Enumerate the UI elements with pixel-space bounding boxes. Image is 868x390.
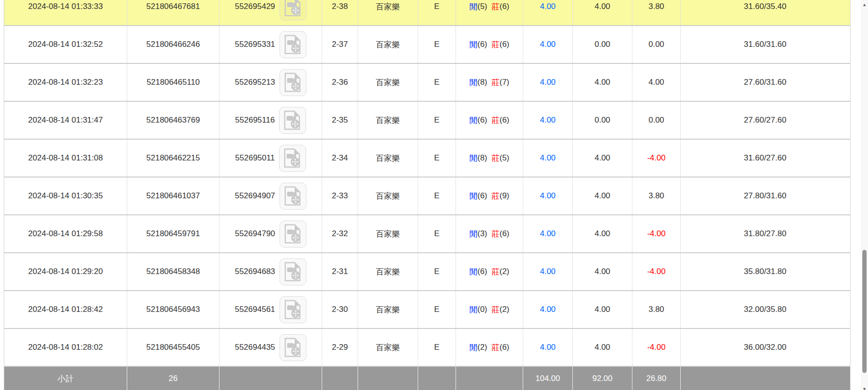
- game-id-text: 552694683: [235, 267, 275, 276]
- cell-game-id: 552695011: [219, 140, 322, 177]
- cell-winloss: -4.00: [632, 140, 681, 177]
- scroll-up-icon[interactable]: ▲: [861, 1, 868, 9]
- cell-bet-amount: 4.00: [523, 0, 573, 25]
- cell-game-id: 552695331: [219, 26, 322, 63]
- cell-result: 閒(8)莊(5): [456, 140, 523, 177]
- banker-label: 莊: [491, 39, 500, 50]
- summary-row: 小計 26 104.00 92.00 26.80: [4, 367, 850, 390]
- table-row[interactable]: 2024-08-14 01:29:20 521806458348 5526946…: [4, 253, 850, 291]
- vertical-scrollbar[interactable]: ▲ ▼: [861, 0, 868, 390]
- player-points: (2): [477, 343, 487, 352]
- video-file-icon: [284, 72, 302, 92]
- cell-winloss: -4.00: [632, 329, 681, 366]
- video-replay-button[interactable]: [280, 0, 307, 20]
- cell-time: 2024-08-14 01:28:42: [4, 291, 127, 328]
- player-label: 閒: [469, 229, 477, 239]
- player-points: (5): [477, 2, 487, 11]
- cell-game-id: 552694907: [219, 177, 322, 214]
- player-points: (8): [477, 78, 487, 87]
- game-id-text: 552695429: [235, 2, 275, 11]
- cell-bet-amount: 4.00: [523, 329, 573, 366]
- video-replay-button[interactable]: [280, 183, 307, 210]
- video-replay-button[interactable]: [280, 334, 307, 361]
- game-id-text: 552694435: [235, 343, 275, 352]
- video-replay-button[interactable]: [280, 31, 307, 58]
- banker-label: 莊: [491, 304, 500, 315]
- cell-game-name: 百家樂: [358, 291, 418, 328]
- cell-table-code: E: [418, 64, 456, 101]
- cell-game-id: 552695213: [219, 64, 322, 101]
- game-id-text: 552695331: [235, 40, 275, 49]
- table-row[interactable]: 2024-08-14 01:28:42 521806456943 5526945…: [4, 291, 850, 329]
- video-file-icon: [284, 300, 302, 319]
- summary-empty-gameid: [219, 367, 322, 390]
- cell-valid-amount: 4.00: [573, 140, 632, 177]
- cell-result: 閒(2)莊(6): [456, 329, 523, 366]
- table-row[interactable]: 2024-08-14 01:29:58 521806459791 5526947…: [4, 215, 850, 253]
- game-id-text: 552695011: [235, 153, 275, 163]
- summary-empty-result: [456, 367, 523, 390]
- cell-bet-id: 521806455405: [127, 329, 219, 366]
- cell-balance: 27.60/31.60: [681, 64, 850, 101]
- cell-bet-id: 521806465110: [127, 64, 219, 101]
- video-replay-button[interactable]: [279, 145, 306, 172]
- cell-bet-amount: 4.00: [523, 102, 573, 139]
- cell-round: 2-31: [322, 253, 358, 290]
- cell-bet-id: 521806463769: [127, 102, 219, 139]
- table-row[interactable]: 2024-08-14 01:33:33 521806467681 5526954…: [4, 0, 850, 26]
- scrollbar-thumb[interactable]: [862, 250, 867, 373]
- cell-time: 2024-08-14 01:31:47: [4, 102, 127, 139]
- cell-bet-id: 521806456943: [127, 291, 219, 328]
- cell-table-code: E: [418, 291, 456, 328]
- player-label: 閒: [469, 1, 477, 12]
- banker-label: 莊: [491, 229, 500, 239]
- cell-bet-amount: 4.00: [523, 140, 573, 177]
- table-row[interactable]: 2024-08-14 01:28:02 521806455405 5526944…: [4, 329, 850, 367]
- video-replay-button[interactable]: [280, 69, 307, 96]
- cell-result: 閒(5)莊(6): [456, 0, 523, 25]
- player-label: 閒: [469, 77, 477, 88]
- table-row[interactable]: 2024-08-14 01:32:52 521806466246 5526953…: [4, 26, 850, 64]
- cell-round: 2-38: [322, 0, 358, 25]
- video-replay-button[interactable]: [280, 221, 307, 248]
- cell-table-code: E: [418, 215, 456, 252]
- banker-label: 莊: [491, 191, 500, 202]
- game-id-text: 552694907: [235, 191, 275, 201]
- cell-game-name: 百家樂: [358, 329, 418, 366]
- banker-points: (2): [500, 305, 509, 314]
- cell-bet-amount: 4.00: [523, 291, 573, 328]
- cell-bet-amount: 4.00: [523, 26, 573, 63]
- table-row[interactable]: 2024-08-14 01:32:23 521806465110 5526952…: [4, 64, 850, 102]
- table-row[interactable]: 2024-08-14 01:31:47 521806463769 5526951…: [4, 102, 850, 140]
- cell-valid-amount: 4.00: [573, 329, 632, 366]
- cell-game-name: 百家樂: [358, 253, 418, 290]
- video-replay-button[interactable]: [280, 258, 307, 285]
- summary-empty-table: [418, 367, 456, 390]
- summary-winloss-total: 26.80: [632, 367, 681, 390]
- video-file-icon: [284, 35, 302, 54]
- bet-history-table: 2024-08-14 01:33:33 521806467681 5526954…: [4, 0, 850, 390]
- video-replay-button[interactable]: [279, 107, 306, 134]
- scroll-down-icon[interactable]: ▼: [861, 385, 868, 390]
- cell-game-name: 百家樂: [358, 215, 418, 252]
- cell-round: 2-29: [322, 329, 358, 366]
- cell-game-name: 百家樂: [358, 0, 418, 25]
- cell-table-code: E: [418, 26, 456, 63]
- video-file-icon: [284, 224, 302, 244]
- cell-valid-amount: 0.00: [573, 26, 632, 63]
- banker-points: (6): [500, 343, 509, 352]
- video-replay-button[interactable]: [280, 296, 307, 323]
- table-row[interactable]: 2024-08-14 01:30:35 521806461037 5526949…: [4, 177, 850, 215]
- banker-label: 莊: [491, 342, 500, 353]
- cell-balance: 36.00/32.00: [681, 329, 850, 366]
- player-label: 閒: [469, 342, 477, 353]
- table-row[interactable]: 2024-08-14 01:31:08 521806462215 5526950…: [4, 140, 850, 177]
- banker-label: 莊: [491, 115, 500, 126]
- cell-result: 閒(0)莊(2): [456, 291, 523, 328]
- cell-table-code: E: [418, 140, 456, 177]
- cell-round: 2-35: [322, 102, 358, 139]
- banker-points: (6): [500, 2, 509, 11]
- cell-game-name: 百家樂: [358, 26, 418, 63]
- cell-game-id: 552694561: [219, 291, 322, 328]
- cell-table-code: E: [418, 329, 456, 366]
